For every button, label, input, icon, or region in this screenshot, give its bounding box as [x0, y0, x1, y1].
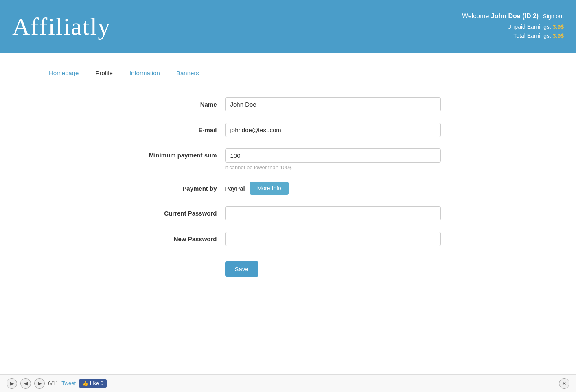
- tab-profile[interactable]: Profile: [87, 65, 121, 81]
- min-payment-hint: It cannot be lower than 100$: [225, 164, 441, 170]
- welcome-text: Welcome John Doe (ID 2) Sign out: [462, 13, 564, 20]
- email-row: E-mail: [136, 123, 441, 137]
- main-content: Homepage Profile Information Banners Nam…: [0, 53, 576, 378]
- thumbs-up-icon: 👍: [82, 381, 88, 386]
- email-input[interactable]: [225, 123, 441, 137]
- payment-by-label: Payment by: [136, 185, 225, 192]
- name-label: Name: [136, 101, 225, 108]
- welcome-prefix: Welcome: [462, 13, 489, 20]
- new-password-label: New Password: [136, 235, 225, 242]
- play-button[interactable]: ▶: [7, 378, 17, 389]
- like-button[interactable]: 👍 Like 0: [79, 379, 107, 388]
- earnings-info: Unpaid Earnings: 3.9$ Total Earnings: 3.…: [462, 22, 564, 41]
- header: Affiliatly Welcome John Doe (ID 2) Sign …: [0, 0, 576, 53]
- current-password-input[interactable]: [225, 206, 441, 220]
- prev-button[interactable]: ◀: [20, 378, 31, 389]
- tab-bar: Homepage Profile Information Banners: [41, 65, 535, 81]
- tab-information[interactable]: Information: [121, 65, 168, 81]
- min-payment-label: Minimum payment sum: [136, 148, 225, 159]
- user-id: (ID 2): [522, 13, 539, 20]
- next-button[interactable]: ▶: [34, 378, 45, 389]
- save-button[interactable]: Save: [225, 261, 258, 277]
- user-name: John Doe: [491, 13, 521, 20]
- min-payment-wrapper: It cannot be lower than 100$: [225, 148, 441, 170]
- user-info: Welcome John Doe (ID 2) Sign out Unpaid …: [462, 13, 564, 41]
- signout-link[interactable]: Sign out: [543, 13, 564, 20]
- email-label: E-mail: [136, 126, 225, 133]
- min-payment-input[interactable]: [225, 148, 441, 163]
- total-earnings: Total Earnings: 3.9$: [462, 31, 564, 40]
- current-password-row: Current Password: [136, 206, 441, 220]
- tab-homepage[interactable]: Homepage: [41, 65, 87, 81]
- unpaid-value: 3.9$: [553, 24, 564, 30]
- unpaid-earnings: Unpaid Earnings: 3.9$: [462, 22, 564, 31]
- new-password-row: New Password: [136, 232, 441, 246]
- payment-by-row: Payment by PayPal More Info: [136, 182, 441, 195]
- name-row: Name: [136, 97, 441, 111]
- bottom-bar-left: ▶ ◀ ▶ 6/11 Tweet 👍 Like 0: [7, 378, 107, 389]
- name-input[interactable]: [225, 97, 441, 111]
- page-count: 6/11: [48, 380, 58, 386]
- current-password-label: Current Password: [136, 210, 225, 217]
- total-value: 3.9$: [553, 33, 564, 39]
- more-info-button[interactable]: More Info: [250, 182, 289, 195]
- tab-banners[interactable]: Banners: [168, 65, 207, 81]
- logo: Affiliatly: [12, 13, 111, 41]
- profile-form: Name E-mail Minimum payment sum It canno…: [136, 97, 441, 277]
- payment-method: PayPal: [225, 185, 245, 192]
- bottom-bar: ▶ ◀ ▶ 6/11 Tweet 👍 Like 0 ✕: [0, 374, 576, 392]
- min-payment-row: Minimum payment sum It cannot be lower t…: [136, 148, 441, 170]
- payment-by-wrapper: PayPal More Info: [225, 182, 441, 195]
- new-password-input[interactable]: [225, 232, 441, 246]
- close-button[interactable]: ✕: [559, 378, 569, 389]
- tweet-button[interactable]: Tweet: [61, 380, 76, 386]
